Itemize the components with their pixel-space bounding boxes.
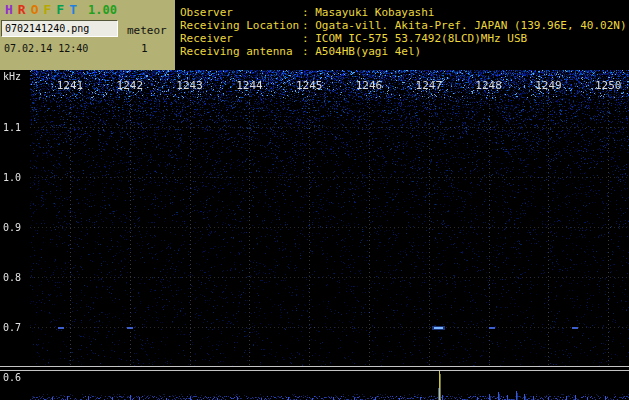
- info-value: Masayuki Kobayashi: [315, 6, 434, 19]
- title-letter: O: [31, 2, 39, 17]
- title-letter: F: [56, 2, 64, 17]
- x-tick-label: 1243: [176, 79, 203, 92]
- observer-info-panel: Observer: Masayuki KobayashiReceiving Lo…: [175, 0, 629, 70]
- mode-label: meteor: [127, 24, 167, 37]
- info-row: Receiver: ICOM IC-575 53.7492(8LCD)MHz U…: [180, 32, 629, 45]
- title-letter: T: [69, 2, 77, 17]
- y-tick-label: 0.9: [3, 222, 21, 233]
- y-axis-unit: kHz: [3, 71, 21, 82]
- x-tick-label: 1241: [57, 79, 84, 92]
- info-row: Receiving Location: Ogata-vill. Akita-Pr…: [180, 19, 629, 32]
- datetime-label: 07.02.14 12:40: [4, 43, 88, 54]
- app-version: 1.00: [88, 3, 117, 17]
- y-tick-label: 0.6: [3, 372, 21, 383]
- x-tick-label: 1249: [535, 79, 562, 92]
- info-colon: :: [302, 45, 315, 58]
- x-tick-label: 1247: [416, 79, 443, 92]
- info-label: Receiving antenna: [180, 45, 302, 58]
- x-tick-label: 1242: [117, 79, 144, 92]
- info-colon: :: [302, 32, 315, 45]
- x-tick-label: 1248: [475, 79, 502, 92]
- y-tick-label: 0.8: [3, 272, 21, 283]
- hrofft-screen: HROFFT1.00 0702141240.png meteor 07.02.1…: [0, 0, 629, 400]
- meteor-count: 1: [141, 42, 148, 55]
- title-letter: R: [18, 2, 26, 17]
- y-tick-label: 0.7: [3, 322, 21, 333]
- info-label: Receiving Location: [180, 19, 302, 32]
- app-title-letters: HROFFT: [5, 2, 82, 17]
- filename-field: 0702141240.png: [1, 20, 118, 37]
- info-colon: :: [302, 6, 315, 19]
- info-value: ICOM IC-575 53.7492(8LCD)MHz USB: [315, 32, 527, 45]
- x-tick-label: 1250: [595, 79, 622, 92]
- x-tick-label: 1244: [236, 79, 263, 92]
- info-row: Observer: Masayuki Kobayashi: [180, 6, 629, 19]
- x-tick-label: 1246: [356, 79, 383, 92]
- app-title: HROFFT1.00: [5, 2, 117, 17]
- control-panel: HROFFT1.00 0702141240.png meteor 07.02.1…: [0, 0, 175, 70]
- info-value: A504HB(yagi 4el): [315, 45, 421, 58]
- title-letter: F: [43, 2, 51, 17]
- y-tick-label: 1.0: [3, 172, 21, 183]
- y-tick-label: 1.1: [3, 122, 21, 133]
- info-value: Ogata-vill. Akita-Pref. JAPAN (139.96E, …: [315, 19, 626, 32]
- info-colon: :: [302, 19, 315, 32]
- info-label: Observer: [180, 6, 302, 19]
- info-label: Receiver: [180, 32, 302, 45]
- title-letter: H: [5, 2, 13, 17]
- info-row: Receiving antenna: A504HB(yagi 4el): [180, 45, 629, 58]
- x-tick-label: 1245: [296, 79, 323, 92]
